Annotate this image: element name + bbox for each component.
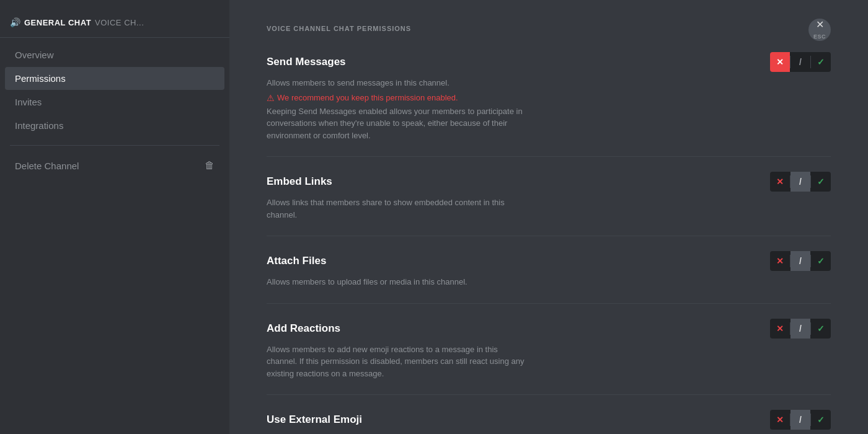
sidebar-item-overview[interactable]: Overview (5, 43, 224, 66)
allow-button[interactable]: ✓ (811, 52, 831, 72)
neutral-button[interactable]: / (790, 410, 810, 430)
sidebar: 🔊 GENERAL CHAT VOICE CH... OverviewPermi… (0, 0, 229, 434)
permission-toggle-group: ✕ / ✓ (770, 172, 831, 192)
permission-header: Use External Emoji ✕ / ✓ (267, 410, 831, 430)
permission-row-attach_files: Attach Files ✕ / ✓ Allows members to upl… (267, 251, 831, 304)
nav-divider (10, 145, 219, 146)
sidebar-item-invites[interactable]: Invites (5, 91, 224, 113)
permission-row-send_messages: Send Messages ✕ / ✓ Allows members to se… (267, 52, 831, 157)
channel-name-bold: GENERAL CHAT (24, 18, 91, 27)
permission-desc: Allows members to add new emoji reaction… (267, 343, 527, 380)
main-content: VOICE CHANNEL CHAT PERMISSIONS ✕ ESC Sen… (229, 0, 868, 434)
channel-name-sub: VOICE CH... (95, 18, 144, 27)
permission-toggle-group: ✕ / ✓ (770, 52, 831, 72)
permission-row-add_reactions: Add Reactions ✕ / ✓ Allows members to ad… (267, 319, 831, 396)
permissions-list: Send Messages ✕ / ✓ Allows members to se… (267, 52, 831, 434)
esc-label: ESC (813, 33, 826, 40)
warning-text: ⚠ We recommend you keep this permission … (267, 93, 831, 103)
delete-channel-label: Delete Channel (15, 161, 79, 171)
permission-name: Use External Emoji (267, 414, 362, 426)
permission-name: Attach Files (267, 255, 326, 267)
permission-name: Add Reactions (267, 322, 340, 335)
speaker-icon: 🔊 (10, 17, 20, 27)
permission-toggle-group: ✕ / ✓ (770, 319, 831, 339)
sidebar-item-permissions[interactable]: Permissions (5, 67, 224, 90)
deny-button[interactable]: ✕ (770, 52, 790, 72)
sidebar-item-integrations[interactable]: Integrations (5, 114, 224, 137)
allow-button[interactable]: ✓ (811, 319, 831, 339)
permission-header: Send Messages ✕ / ✓ (267, 52, 831, 72)
allow-button[interactable]: ✓ (811, 410, 831, 430)
permission-desc: Allows members to send messages in this … (267, 77, 527, 89)
allow-button[interactable]: ✓ (811, 172, 831, 192)
permission-header: Add Reactions ✕ / ✓ (267, 319, 831, 339)
permission-extra-desc: Keeping Send Messages enabled allows you… (267, 105, 527, 142)
permission-desc: Allows links that members share to show … (267, 197, 527, 221)
permission-name: Embed Links (267, 175, 332, 188)
deny-button[interactable]: ✕ (770, 410, 790, 430)
delete-channel-button[interactable]: Delete Channel 🗑 (5, 154, 224, 177)
page-title: VOICE CHANNEL CHAT PERMISSIONS (267, 25, 831, 32)
permission-row-use_external_emoji: Use External Emoji ✕ / ✓ Allows members … (267, 410, 831, 434)
permission-name: Send Messages (267, 56, 346, 68)
permission-toggle-group: ✕ / ✓ (770, 251, 831, 271)
permission-header: Embed Links ✕ / ✓ (267, 172, 831, 192)
neutral-button[interactable]: / (790, 319, 810, 339)
trash-icon: 🗑 (205, 160, 215, 171)
permission-toggle-group: ✕ / ✓ (770, 410, 831, 430)
close-icon: ✕ (816, 20, 824, 30)
permission-desc: Allows members to upload files or media … (267, 276, 527, 288)
close-button[interactable]: ✕ ESC (808, 19, 831, 41)
channel-header: 🔊 GENERAL CHAT VOICE CH... (0, 12, 229, 38)
permission-header: Attach Files ✕ / ✓ (267, 251, 831, 271)
warning-icon: ⚠ (267, 93, 275, 103)
neutral-button[interactable]: / (790, 251, 810, 271)
neutral-button[interactable]: / (790, 172, 810, 192)
allow-button[interactable]: ✓ (811, 251, 831, 271)
permission-row-embed_links: Embed Links ✕ / ✓ Allows links that memb… (267, 172, 831, 236)
deny-button[interactable]: ✕ (770, 172, 790, 192)
deny-button[interactable]: ✕ (770, 251, 790, 271)
neutral-button[interactable]: / (790, 52, 810, 72)
deny-button[interactable]: ✕ (770, 319, 790, 339)
